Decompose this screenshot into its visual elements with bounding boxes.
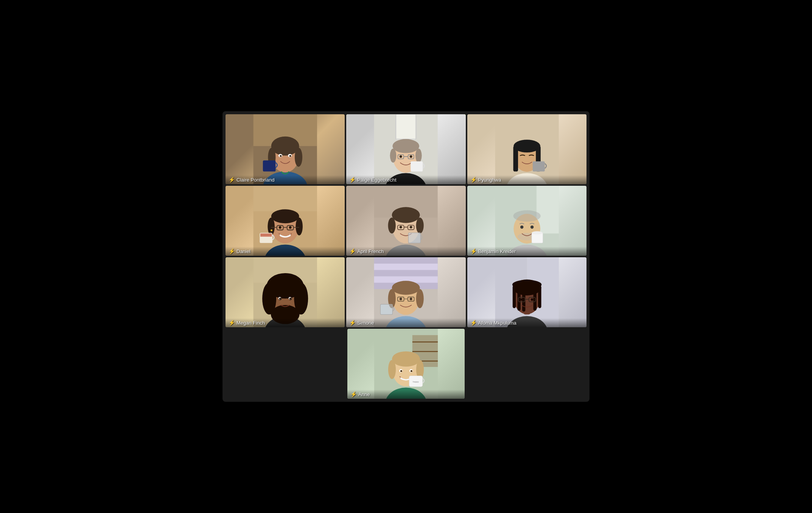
tile-anne[interactable]: happy ⚡ Anne xyxy=(347,329,465,399)
svg-point-7 xyxy=(295,148,302,166)
svg-point-51 xyxy=(271,229,272,231)
svg-rect-96 xyxy=(374,264,438,270)
mic-muted-icon-megan: ⚡ xyxy=(229,320,235,326)
label-benjamin: ⚡ Benjamin Kreider xyxy=(467,247,586,256)
svg-point-61 xyxy=(416,218,424,233)
participant-name-megan: Megan Finch xyxy=(236,320,265,326)
label-pyunghwa: ⚡ Pyunghwa xyxy=(467,175,586,184)
svg-point-19 xyxy=(393,139,420,153)
tile-afoma[interactable]: ⚡ Afoma Mkpuluma xyxy=(467,257,586,327)
svg-point-21 xyxy=(415,149,422,163)
participant-name-paige: Paige Eggebrecht xyxy=(357,177,396,183)
tile-daniel[interactable]: ⚡ Daniel xyxy=(226,186,345,256)
mic-muted-icon-benjamin: ⚡ xyxy=(470,248,477,254)
svg-text:happy: happy xyxy=(413,381,419,383)
svg-point-20 xyxy=(390,149,397,163)
mic-muted-icon-afoma: ⚡ xyxy=(470,320,477,326)
tile-simone[interactable]: ⚡ Simone xyxy=(346,257,465,327)
svg-rect-109 xyxy=(381,304,393,314)
svg-point-65 xyxy=(400,226,402,229)
mic-muted-icon-daniel: ⚡ xyxy=(229,248,235,254)
meeting-window: ⚡ Claire Pontbriand xyxy=(0,0,812,513)
label-megan: ⚡ Megan Finch xyxy=(226,318,345,327)
participant-name-april: April French xyxy=(357,249,384,254)
svg-rect-129 xyxy=(412,342,438,343)
label-claire: ⚡ Claire Pontbriand xyxy=(226,175,345,184)
svg-point-5 xyxy=(271,137,299,155)
label-april: ⚡ April French xyxy=(346,247,465,256)
label-simone: ⚡ Simone xyxy=(346,318,465,327)
svg-point-59 xyxy=(392,207,420,223)
mic-muted-icon-april: ⚡ xyxy=(349,248,356,254)
label-daniel: ⚡ Daniel xyxy=(226,247,345,256)
tile-claire[interactable]: ⚡ Claire Pontbriand xyxy=(226,114,345,184)
tile-benjamin[interactable]: ⚡ Benjamin Kreider xyxy=(467,186,586,256)
participant-name-pyunghwa: Pyunghwa xyxy=(478,177,501,183)
svg-point-93 xyxy=(289,298,291,300)
svg-point-49 xyxy=(279,226,282,229)
tile-megan[interactable]: ⚡ Megan Finch xyxy=(226,257,345,327)
svg-point-75 xyxy=(520,225,523,229)
row-1: ⚡ Claire Pontbriand xyxy=(226,114,586,184)
svg-rect-130 xyxy=(412,351,438,352)
svg-point-140 xyxy=(400,370,402,372)
svg-point-60 xyxy=(388,218,396,233)
svg-point-42 xyxy=(268,218,275,235)
svg-point-78 xyxy=(532,231,543,234)
svg-rect-27 xyxy=(411,161,423,171)
svg-rect-35 xyxy=(532,161,544,171)
svg-point-141 xyxy=(411,370,412,372)
svg-point-126 xyxy=(530,298,533,301)
svg-point-76 xyxy=(530,225,534,229)
mic-muted-icon-pyunghwa: ⚡ xyxy=(470,177,477,183)
svg-point-10 xyxy=(280,155,282,157)
video-grid: ⚡ Claire Pontbriand xyxy=(222,111,590,402)
label-anne: ⚡ Anne xyxy=(347,390,465,399)
svg-point-121 xyxy=(512,280,541,289)
tile-paige[interactable]: ⚡ Paige Eggebrecht xyxy=(346,114,465,184)
svg-point-135 xyxy=(392,351,420,367)
svg-point-107 xyxy=(400,298,402,300)
svg-point-50 xyxy=(289,226,292,229)
svg-rect-117 xyxy=(517,285,520,311)
svg-rect-33 xyxy=(513,146,518,171)
svg-point-73 xyxy=(513,210,540,222)
tile-april[interactable]: ⚡ April French xyxy=(346,186,465,256)
participant-name-simone: Simone xyxy=(357,320,374,326)
svg-rect-53 xyxy=(260,233,272,236)
svg-point-11 xyxy=(289,155,291,157)
svg-point-92 xyxy=(279,298,281,300)
svg-point-108 xyxy=(410,298,412,300)
row-4: happy ⚡ Anne xyxy=(226,329,586,399)
participant-name-claire: Claire Pontbriand xyxy=(236,177,274,183)
svg-rect-119 xyxy=(533,285,536,311)
svg-point-41 xyxy=(271,209,299,223)
participant-name-anne: Anne xyxy=(358,392,370,397)
label-afoma: ⚡ Afoma Mkpuluma xyxy=(467,318,586,327)
svg-rect-12 xyxy=(263,160,276,171)
mic-muted-icon-claire: ⚡ xyxy=(229,177,235,183)
svg-point-101 xyxy=(392,281,420,295)
label-paige: ⚡ Paige Eggebrecht xyxy=(346,175,465,184)
svg-point-25 xyxy=(400,155,402,158)
svg-rect-120 xyxy=(538,286,541,308)
row-3: ⚡ Megan Finch xyxy=(226,257,586,327)
mic-muted-icon-anne: ⚡ xyxy=(350,391,357,397)
participant-name-daniel: Daniel xyxy=(236,249,250,254)
svg-rect-14 xyxy=(397,114,415,140)
tile-pyunghwa[interactable]: ⚡ Pyunghwa xyxy=(467,114,586,184)
participant-name-benjamin: Benjamin Kreider xyxy=(478,249,516,254)
svg-rect-67 xyxy=(409,233,421,243)
row-2: ⚡ Daniel xyxy=(226,186,586,256)
svg-point-26 xyxy=(410,155,412,158)
participant-name-afoma: Afoma Mkpuluma xyxy=(478,320,516,326)
svg-point-136 xyxy=(388,360,396,379)
svg-point-43 xyxy=(296,218,303,235)
svg-point-125 xyxy=(520,298,523,301)
svg-point-66 xyxy=(410,226,412,229)
mic-muted-icon-simone: ⚡ xyxy=(349,320,356,326)
mic-muted-icon-paige: ⚡ xyxy=(349,177,356,183)
svg-rect-37 xyxy=(254,186,317,211)
svg-rect-116 xyxy=(512,286,515,308)
svg-point-103 xyxy=(416,289,424,308)
